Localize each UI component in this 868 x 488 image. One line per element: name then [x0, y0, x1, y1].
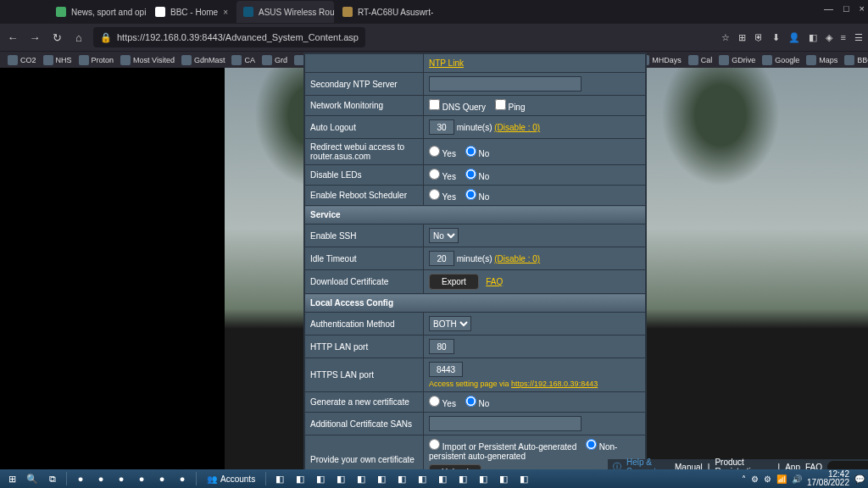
pinned-app-icon[interactable]: ●	[72, 471, 89, 486]
bookmark-icon	[79, 55, 89, 65]
leds-no-radio[interactable]	[465, 169, 476, 180]
taskbar-accounts[interactable]: 👥 Accounts	[202, 474, 260, 484]
running-app-icon[interactable]: ◧	[373, 471, 390, 486]
running-app-icon[interactable]: ◧	[393, 471, 410, 486]
row-label: Disable LEDs	[305, 165, 424, 186]
toolbar-icons: ☆ ⊞ ⛨ ⬇ 👤 ◧ ◈ ≡ ☰	[721, 32, 863, 43]
url-bar[interactable]: 🔒 https://192.168.0.39:8443/Advanced_Sys…	[93, 27, 365, 47]
network-icon[interactable]: 📶	[776, 474, 787, 484]
tab-label: News, sport and opinion from t	[71, 8, 147, 17]
bookmark[interactable]: Google	[760, 55, 802, 65]
running-app-icon[interactable]: ◧	[434, 471, 451, 486]
running-app-icon[interactable]: ◧	[495, 471, 512, 486]
row-label: Additional Certificate SANs	[305, 413, 424, 435]
close-icon[interactable]: ×	[860, 3, 865, 14]
running-app-icon[interactable]: ◧	[353, 471, 370, 486]
running-app-icon[interactable]: ◧	[414, 471, 431, 486]
bookmark[interactable]: NHS	[41, 55, 75, 65]
clock[interactable]: 12:42 17/08/2022	[807, 470, 849, 487]
pinned-app-icon[interactable]: ●	[174, 471, 191, 486]
start-icon[interactable]: ⊞	[3, 471, 20, 486]
faq-link[interactable]: FAQ	[486, 277, 503, 286]
account-icon[interactable]: 👤	[788, 32, 800, 43]
bookmark[interactable]: CO2	[5, 55, 39, 65]
running-app-icon[interactable]: ◧	[332, 471, 349, 486]
bookmark[interactable]: Most Visited	[118, 55, 177, 65]
minimize-icon[interactable]: —	[824, 3, 833, 14]
bookmark[interactable]: GdnMast	[179, 55, 228, 65]
extensions-icon[interactable]: ⊞	[738, 32, 746, 43]
ssh-select[interactable]: No	[429, 228, 459, 243]
access-note: Access setting page via https://192.168.…	[429, 380, 640, 388]
gencert-no-radio[interactable]	[465, 396, 476, 407]
notifications-icon[interactable]: 💬	[854, 474, 865, 484]
pinned-app-icon[interactable]: ●	[92, 471, 109, 486]
export-button[interactable]: Export	[429, 274, 479, 290]
leds-yes-radio[interactable]	[429, 169, 440, 180]
dns-query-checkbox[interactable]	[429, 99, 440, 110]
tray-icon[interactable]: ⚙	[751, 474, 759, 484]
reboot-yes-radio[interactable]	[429, 189, 440, 200]
reload-icon[interactable]: ↻	[49, 31, 64, 44]
pinned-app-icon[interactable]: ●	[113, 471, 130, 486]
guardian-favicon	[56, 7, 66, 17]
redirect-no-radio[interactable]	[465, 146, 476, 157]
back-icon[interactable]: ←	[5, 31, 20, 44]
download-icon[interactable]: ⬇	[772, 32, 780, 43]
sans-input[interactable]	[429, 416, 581, 431]
ntp-link[interactable]: NTP Link	[429, 58, 464, 68]
tray-icon[interactable]: ⚙	[764, 474, 771, 484]
addon-icon[interactable]: ◈	[826, 32, 832, 43]
reboot-no-radio[interactable]	[465, 189, 476, 200]
bookmark[interactable]: Maps	[804, 55, 840, 65]
sidebar-dark	[0, 68, 225, 469]
settings-panel: NTP Link Secondary NTP Server Network Mo…	[303, 53, 647, 474]
running-app-icon[interactable]: ◧	[312, 471, 329, 486]
home-icon[interactable]: ⌂	[71, 31, 86, 44]
secondary-ntp-input[interactable]	[429, 76, 581, 92]
shield-icon[interactable]: ⛨	[754, 32, 764, 43]
tab-guardian[interactable]: News, sport and opinion from t ×	[49, 1, 147, 23]
http-port-input[interactable]	[429, 339, 454, 354]
running-app-icon[interactable]: ◧	[454, 471, 471, 486]
bookmark[interactable]: Cal	[686, 55, 715, 65]
import-persist-radio[interactable]	[429, 439, 440, 450]
redirect-yes-radio[interactable]	[429, 146, 440, 157]
bookmark[interactable]: Proton	[76, 55, 117, 65]
menu-icon[interactable]: ☰	[854, 32, 863, 43]
running-app-icon[interactable]: ◧	[271, 471, 288, 486]
tab-bbc[interactable]: BBC - Home ×	[148, 1, 235, 23]
forward-icon[interactable]: →	[27, 31, 42, 44]
row-label: HTTPS LAN port	[305, 358, 424, 392]
addon-icon[interactable]: ◧	[809, 32, 817, 43]
bookmark[interactable]: GDrive	[716, 55, 758, 65]
gencert-yes-radio[interactable]	[429, 396, 440, 407]
bookmark[interactable]: CA	[229, 55, 258, 65]
library-icon[interactable]: ≡	[841, 32, 846, 43]
pinned-app-icon[interactable]: ●	[153, 471, 170, 486]
bookmark[interactable]: BBCiP	[842, 55, 868, 65]
ping-checkbox[interactable]	[495, 99, 506, 110]
volume-icon[interactable]: 🔊	[792, 474, 802, 484]
bookmark[interactable]: Grd	[259, 55, 290, 65]
access-url-link[interactable]: https://192.168.0.39:8443	[511, 380, 598, 388]
https-port-input[interactable]	[429, 362, 463, 377]
tray-up-icon[interactable]: ˄	[742, 474, 746, 484]
running-app-icon[interactable]: ◧	[475, 471, 492, 486]
row-label: Secondary NTP Server	[305, 73, 424, 96]
running-app-icon[interactable]: ◧	[292, 471, 309, 486]
search-icon[interactable]: 🔍	[24, 471, 41, 486]
tab-merlin[interactable]: RT-AC68U Asuswrt-Merlin 38 ×	[336, 1, 433, 23]
tab-asus-router[interactable]: ASUS Wireless Router RT-AC6 ×	[236, 1, 334, 23]
star-icon[interactable]: ☆	[721, 32, 730, 43]
auto-logout-input[interactable]	[429, 119, 454, 135]
nonpersist-radio[interactable]	[586, 439, 597, 450]
idle-timeout-input[interactable]	[429, 251, 454, 266]
close-icon[interactable]: ×	[223, 8, 228, 17]
tab-label: RT-AC68U Asuswrt-Merlin 38	[358, 8, 433, 17]
taskview-icon[interactable]: ⧉	[44, 471, 61, 486]
pinned-app-icon[interactable]: ●	[133, 471, 150, 486]
maximize-icon[interactable]: □	[843, 3, 849, 14]
running-app-icon[interactable]: ◧	[515, 471, 532, 486]
auth-method-select[interactable]: BOTH	[429, 316, 471, 331]
